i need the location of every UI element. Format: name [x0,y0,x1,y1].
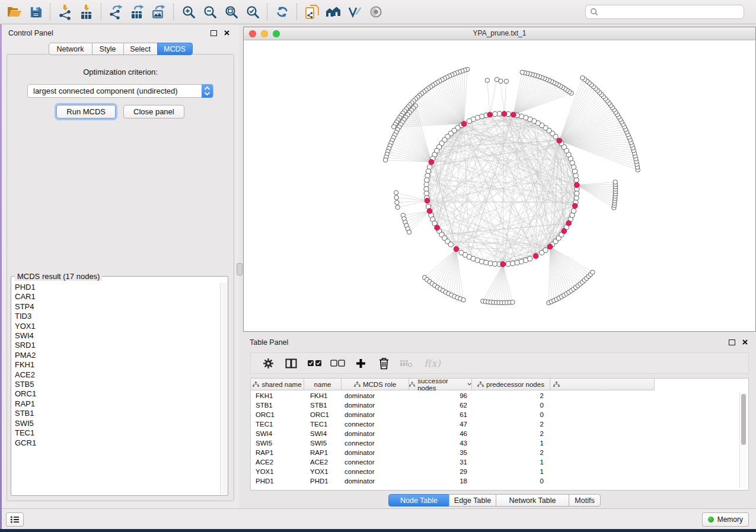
import-network-button[interactable] [55,2,76,22]
search-input[interactable] [601,7,744,17]
cell-mcds-role[interactable]: dominator [342,429,409,438]
cell-predecessor-nodes[interactable]: 0 [472,400,550,410]
table-row[interactable]: SWI4SWI4dominator462 [251,429,748,438]
cell-successor-nodes[interactable]: 29 [409,467,472,476]
cell-name[interactable]: FKH1 [304,391,342,400]
cell-successor-nodes[interactable]: 43 [409,438,472,448]
column-header-predecessor-nodes[interactable]: predecessor nodes [472,379,550,390]
cell-name[interactable]: TEC1 [304,419,342,429]
cell-shared-name[interactable]: SWI5 [251,438,304,448]
cell-mcds-role[interactable]: connector [342,457,409,467]
cell-name[interactable]: PHD1 [304,476,342,486]
cell-name[interactable]: ORC1 [304,410,342,419]
delete-column-button[interactable] [372,354,395,372]
network-window-titlebar[interactable]: YPA_prune.txt_1 [244,27,755,40]
float-panel-icon[interactable] [210,30,217,36]
cell-predecessor-nodes[interactable]: 2 [472,429,550,438]
cell-predecessor-nodes[interactable]: 1 [472,438,550,448]
zoom-out-button[interactable] [199,2,221,22]
cell-mcds-role[interactable]: dominator [342,400,409,410]
tab-select[interactable]: Select [123,43,158,55]
table-row[interactable]: ORC1ORC1dominator610 [251,410,748,419]
cell-shared-name[interactable]: RAP1 [251,448,304,457]
table-row[interactable]: YOX1YOX1connector291 [251,467,748,476]
cell-successor-nodes[interactable]: 61 [409,410,472,419]
export-network-button[interactable] [106,2,127,22]
mcds-result-item[interactable]: YOX1 [12,322,220,331]
cell-mcds-role[interactable]: dominator [342,391,409,400]
table-mode-gear-button[interactable] [257,354,279,372]
criterion-dropdown[interactable]: largest connected component (undirected) [27,84,213,98]
cell-shared-name[interactable]: ACE2 [251,457,304,467]
table-scrollbar-thumb[interactable] [741,394,746,445]
cell-predecessor-nodes[interactable]: 1 [472,467,550,476]
select-all-button[interactable] [303,354,326,372]
column-header-shared-name[interactable]: shared name [251,379,304,390]
close-panel-button[interactable]: Close panel [123,105,184,118]
cell-predecessor-nodes[interactable]: 0 [472,410,550,419]
cell-predecessor-nodes[interactable]: 1 [472,457,550,467]
cell-predecessor-nodes[interactable]: 2 [472,391,550,400]
clone-network-button[interactable] [301,2,323,22]
close-panel-icon[interactable] [224,30,230,36]
cell-mcds-role[interactable]: dominator [342,476,409,486]
memory-button[interactable]: Memory [702,512,749,527]
cell-shared-name[interactable]: SWI4 [251,429,304,438]
deselect-all-button[interactable] [326,354,349,372]
export-table-button[interactable] [127,2,148,22]
function-builder-button[interactable]: f(x) [417,354,447,372]
cell-name[interactable]: SWI5 [304,438,342,448]
save-session-button[interactable] [25,2,46,22]
cell-shared-name[interactable]: PHD1 [251,476,304,486]
mcds-result-item[interactable]: TID3 [12,312,220,321]
show-networks-button[interactable] [323,2,344,22]
mcds-list-scrollbar[interactable] [220,283,227,495]
cell-mcds-role[interactable]: connector [342,467,409,476]
mcds-result-list[interactable]: PHD1CAR1STP4TID3YOX1SWI4SRD1PMA2FKH1ACE2… [12,283,220,495]
divider-drag-handle[interactable] [237,263,243,275]
network-view-canvas[interactable] [244,40,755,332]
cell-shared-name[interactable]: YOX1 [251,467,304,476]
tab-mcds[interactable]: MCDS [157,43,193,55]
column-header-name[interactable]: name [304,379,342,390]
close-panel-icon[interactable] [742,339,748,345]
mcds-result-item[interactable]: STB1 [12,409,220,418]
table-row[interactable]: ACE2ACE2connector311 [251,457,748,467]
cell-successor-nodes[interactable]: 18 [409,476,472,486]
add-column-button[interactable] [349,354,372,372]
cell-predecessor-nodes[interactable]: 2 [472,448,550,457]
cell-shared-name[interactable]: FKH1 [251,391,304,400]
cell-successor-nodes[interactable]: 96 [409,391,472,400]
mcds-result-item[interactable]: CAR1 [12,292,220,302]
mcds-result-item[interactable]: STB5 [12,380,220,389]
search-field[interactable] [585,5,744,19]
float-panel-icon[interactable] [729,339,735,345]
cell-successor-nodes[interactable]: 46 [409,429,472,438]
show-columns-button[interactable] [279,354,303,372]
cell-mcds-role[interactable]: dominator [342,448,409,457]
zoom-in-button[interactable] [178,2,199,22]
table-row[interactable]: SWI5SWI5connector431 [251,438,748,448]
mcds-result-item[interactable]: RAP1 [12,399,220,409]
cell-mcds-role[interactable]: connector [342,419,409,429]
table-row[interactable]: FKH1FKH1dominator962 [251,391,748,400]
birds-eye-view-button[interactable] [365,2,387,22]
hide-graphics-details-button[interactable] [344,2,365,22]
mcds-result-item[interactable]: FKH1 [12,360,220,370]
table-scrollbar[interactable] [739,392,747,488]
table-row[interactable]: RAP1RAP1dominator352 [251,448,748,457]
mcds-result-item[interactable]: SWI5 [12,419,220,428]
tab-network[interactable]: Network [49,43,92,55]
cell-successor-nodes[interactable]: 47 [409,419,472,429]
column-header-extra[interactable] [550,379,655,390]
column-header-successor-nodes[interactable]: successor nodes [409,379,472,390]
zoom-fit-button[interactable] [221,2,242,22]
cell-predecessor-nodes[interactable]: 0 [472,476,550,486]
mcds-result-item[interactable]: TEC1 [12,428,220,438]
tab-edge-table[interactable]: Edge Table [449,494,496,507]
mcds-result-item[interactable]: ACE2 [12,370,220,380]
table-row[interactable]: STB1STB1dominator620 [251,400,748,410]
run-mcds-button[interactable]: Run MCDS [56,105,116,118]
tab-motifs[interactable]: Motifs [569,494,601,507]
tab-node-table[interactable]: Node Table [388,494,449,507]
